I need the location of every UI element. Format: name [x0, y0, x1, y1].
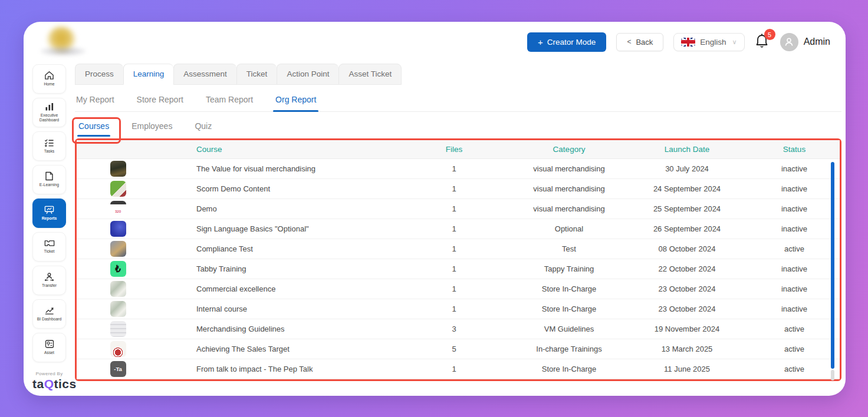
tab-team-report[interactable]: Team Report — [206, 95, 253, 111]
language-selector[interactable]: English ∨ — [673, 33, 744, 51]
files-count: 5 — [395, 345, 513, 353]
course-thumbnail — [110, 181, 126, 197]
column-header-files: Files — [395, 145, 513, 154]
status: inactive — [749, 224, 840, 233]
tab-process[interactable]: Process — [75, 64, 123, 85]
language-label: English — [700, 38, 726, 47]
main-content: Process Learning Assessment Ticket Actio… — [75, 64, 841, 381]
launch-date: 19 November 2024 — [625, 325, 749, 333]
back-button[interactable]: < Back — [616, 33, 663, 51]
sub-tab-bar: Courses Employees Quiz — [75, 121, 841, 137]
category: Store In-Charge — [513, 284, 625, 293]
sidebar-item-label: Home — [42, 82, 55, 87]
user-menu[interactable]: Admin — [780, 33, 830, 51]
document-icon — [45, 171, 54, 181]
creator-mode-button[interactable]: + Creator Mode — [527, 32, 606, 52]
course-name: Commercial excellence — [159, 284, 395, 293]
sidebar-item-tasks[interactable]: Tasks — [32, 131, 66, 161]
tab-courses[interactable]: Courses — [78, 121, 109, 137]
course-name: The Value for visual merchandising — [159, 164, 395, 173]
tab-action-point[interactable]: Action Point — [277, 64, 338, 85]
launch-date: 08 October 2024 — [625, 244, 749, 253]
column-header-category: Category — [513, 145, 625, 154]
sidebar-item-executive-dashboard[interactable]: Executive Dashboard — [32, 98, 66, 127]
category: Optional — [513, 224, 625, 233]
launch-date: 22 October 2024 — [625, 264, 749, 273]
user-name: Admin — [804, 37, 830, 47]
sidebar-item-label: Executive Dashboard — [33, 113, 65, 123]
table-row[interactable]: -Ta From talk to impact - The Pep Talk 1… — [77, 359, 840, 379]
sidebar-item-label: BI Dashboard — [36, 317, 63, 322]
category: visual merchandising — [513, 204, 625, 213]
table-row[interactable]: Achieving The Sales Target 5 In-charge T… — [77, 339, 840, 359]
table-row[interactable]: Merchandising Guidelines 3 VM Guidelines… — [77, 319, 840, 339]
sidebar-item-bi-dashboard[interactable]: BI Dashboard — [32, 299, 66, 329]
tab-asset-ticket[interactable]: Asset Ticket — [338, 64, 402, 85]
tab-assessment[interactable]: Assessment — [173, 64, 236, 85]
tab-learning[interactable]: Learning — [123, 64, 174, 85]
course-thumbnail — [110, 161, 126, 177]
course-thumbnail — [110, 241, 126, 257]
sidebar-item-transfer[interactable]: Transfer — [32, 266, 66, 295]
sidebar-item-asset[interactable]: Asset — [32, 333, 66, 362]
tab-my-report[interactable]: My Report — [76, 95, 114, 111]
sidebar-item-label: Transfer — [41, 283, 58, 288]
home-icon — [44, 71, 54, 80]
launch-date: 26 September 2024 — [625, 224, 749, 233]
table-row[interactable]: The Value for visual merchandising 1 vis… — [77, 159, 840, 179]
tab-employees[interactable]: Employees — [131, 121, 172, 137]
tab-org-report[interactable]: Org Report — [275, 95, 316, 111]
vertical-scrollbar[interactable] — [831, 162, 834, 369]
launch-date: 23 October 2024 — [625, 284, 749, 293]
sidebar-item-e-learning[interactable]: E-Learning — [32, 165, 66, 194]
company-logo — [37, 25, 90, 59]
table-row[interactable]: Scorm Demo Content 1 visual merchandisin… — [77, 179, 840, 199]
table-row[interactable]: Commercial excellence 1 Store In-Charge … — [77, 279, 840, 299]
table-row[interactable]: Sign Language Basics "Optional" 1 Option… — [77, 219, 840, 239]
tab-quiz[interactable]: Quiz — [195, 121, 212, 137]
taqtics-q-mark: Q — [44, 377, 54, 390]
taqtics-logo: taQtics — [32, 377, 66, 391]
files-count: 1 — [395, 244, 513, 253]
launch-date: 30 July 2024 — [625, 164, 749, 173]
bar-chart-icon — [45, 102, 54, 111]
files-count: 1 — [395, 224, 513, 233]
table-row[interactable]: Compliance Test 1 Test 08 October 2024 a… — [77, 239, 840, 259]
sidebar-item-label: E-Learning — [38, 183, 60, 187]
course-thumbnail: -Ta — [110, 361, 126, 377]
chevron-down-icon: ∨ — [732, 38, 737, 46]
course-name: Scorm Demo Content — [159, 184, 395, 193]
transfer-person-icon — [44, 272, 54, 282]
status: active — [749, 244, 840, 253]
sidebar-item-ticket[interactable]: Ticket — [32, 232, 66, 262]
tab-store-report[interactable]: Store Report — [137, 95, 183, 111]
course-name: Merchandising Guidelines — [159, 325, 395, 333]
status: inactive — [749, 164, 840, 173]
course-name: Internal course — [159, 305, 395, 313]
files-count: 1 — [395, 264, 513, 273]
course-thumbnail: ₺ — [110, 261, 126, 277]
files-count: 1 — [395, 184, 513, 193]
category: visual merchandising — [513, 184, 625, 193]
tab-ticket[interactable]: Ticket — [236, 64, 277, 85]
scrollbar-track — [831, 370, 834, 380]
person-icon — [784, 37, 794, 47]
table-row[interactable]: ₺ Tabby Training 1 Tappy Training 22 Oct… — [77, 259, 840, 279]
asset-icon — [45, 339, 54, 349]
column-header-launch-date: Launch Date — [625, 145, 749, 154]
sidebar-item-reports[interactable]: Reports — [32, 198, 66, 228]
notifications-button[interactable]: 5 — [755, 33, 770, 51]
launch-date: 25 September 2024 — [625, 204, 749, 213]
avatar — [780, 33, 798, 51]
status: inactive — [749, 184, 840, 193]
table-row[interactable]: 320 Demo 1 visual merchandising 25 Septe… — [77, 199, 840, 219]
course-thumbnail — [110, 281, 126, 297]
category: Store In-Charge — [513, 305, 625, 313]
course-name: Achieving The Sales Target — [159, 345, 395, 353]
table-row[interactable]: Internal course 1 Store In-Charge 23 Oct… — [77, 299, 840, 319]
course-thumbnail — [110, 341, 126, 357]
sidebar-item-home[interactable]: Home — [32, 64, 66, 94]
presentation-icon — [44, 205, 54, 214]
course-name: From talk to impact - The Pep Talk — [159, 365, 395, 373]
status: inactive — [749, 204, 840, 213]
